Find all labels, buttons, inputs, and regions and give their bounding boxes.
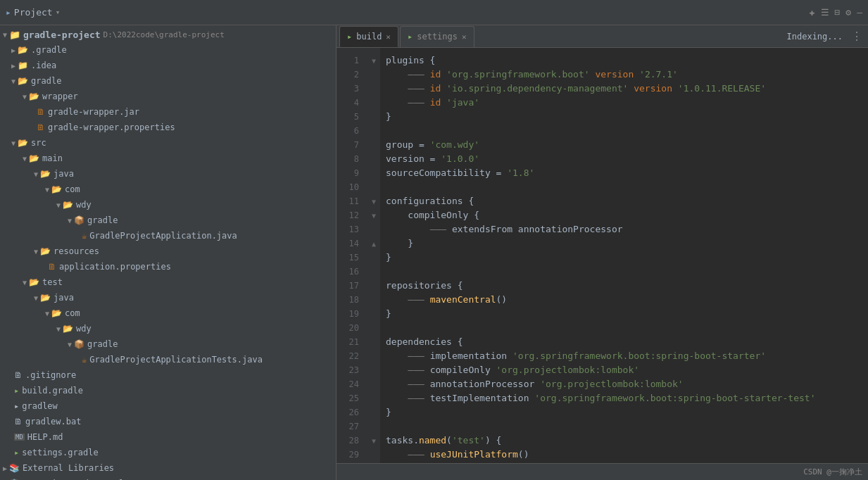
tree-item-gradle[interactable]: ▼ 📂 gradle	[0, 73, 336, 89]
line-num-11: 11	[336, 194, 363, 208]
line-num-2: 2	[336, 68, 363, 82]
item-label: gradle	[87, 339, 118, 349]
tab-build[interactable]: ▸ build ✕	[339, 26, 398, 47]
folder-icon: 📂	[29, 277, 39, 287]
expand-icon: ▼	[23, 155, 27, 163]
code-line-14: }	[386, 236, 868, 251]
tree-item-gradle-wrapper-jar[interactable]: 🗎 gradle-wrapper.jar	[0, 104, 336, 120]
line-num-6: 6	[336, 124, 363, 138]
tree-item-wrapper[interactable]: ▼ 📂 wrapper	[0, 89, 336, 104]
tab-build-label: build	[356, 32, 382, 42]
tree-item-help-md[interactable]: MD HELP.md	[0, 429, 336, 445]
code-line-10	[386, 180, 868, 194]
editor-area: ▸ build ✕ ▸ settings ✕ Indexing... ⋮ 1 2…	[336, 25, 868, 480]
tab-settings-close[interactable]: ✕	[462, 32, 467, 42]
md-icon: MD	[14, 434, 25, 441]
folder-icon: 📂	[18, 76, 28, 86]
props-icon: 🗎	[37, 122, 45, 132]
item-label: src	[31, 138, 46, 148]
line-num-23: 23	[336, 363, 363, 377]
tree-item-build-gradle[interactable]: ▸ build.gradle	[0, 383, 336, 398]
tree-item-java-src[interactable]: ▼ 📂 java	[0, 166, 336, 182]
line-num-28: 28	[336, 434, 363, 448]
line-numbers: 1 2 3 4 5 6 7 8 9 10 11 12 13 14 15 16 1…	[336, 48, 367, 463]
tree-item-com-test[interactable]: ▼ 📂 com	[0, 305, 336, 321]
item-label: resources	[54, 246, 99, 256]
fold-5	[367, 110, 380, 124]
tree-item-gradlew[interactable]: ▸ gradlew	[0, 398, 336, 414]
folder-icon: 📂	[18, 138, 28, 148]
tree-item-gradle-app[interactable]: ☕ GradleProjectApplication.java	[0, 228, 336, 244]
add-icon[interactable]: ✚	[810, 7, 815, 18]
fold-28[interactable]: ▼	[367, 434, 380, 448]
expand-icon: ▼	[45, 310, 49, 317]
tree-item-com[interactable]: ▼ 📂 com	[0, 182, 336, 197]
tree-item-main[interactable]: ▼ 📂 main	[0, 151, 336, 166]
tree-item-gradle-pkg-test[interactable]: ▼ 📦 gradle	[0, 336, 336, 352]
tree-item-settings-gradle[interactable]: ▸ settings.gradle	[0, 445, 336, 460]
line-num-14: 14	[336, 236, 363, 251]
jar-icon: 🗎	[37, 107, 45, 117]
fold-12[interactable]: ▼	[367, 208, 380, 222]
code-content[interactable]: plugins { ——— id 'org.springframework.bo…	[380, 48, 868, 463]
item-label: application.properties	[59, 262, 171, 272]
fold-19	[367, 307, 380, 321]
folder-icon: 📂	[18, 45, 28, 55]
folder-icon: 📁	[18, 61, 28, 70]
collapse-icon[interactable]: ⊟	[835, 7, 841, 18]
fold-11[interactable]: ▼	[367, 194, 380, 208]
line-num-20: 20	[336, 321, 363, 335]
minimize-icon[interactable]: —	[857, 7, 862, 18]
tab-build-close[interactable]: ✕	[386, 32, 391, 42]
code-line-24: ——— annotationProcessor 'org.projectlomb…	[386, 377, 868, 391]
tree-item-gitignore[interactable]: 🗎 .gitignore	[0, 367, 336, 383]
tree-item-gradle-wrapper-props[interactable]: 🗎 gradle-wrapper.properties	[0, 120, 336, 135]
item-label: wdy	[76, 200, 92, 210]
line-num-21: 21	[336, 335, 363, 349]
tree-item-external-libs[interactable]: ▶ 📚 External Libraries	[0, 460, 336, 476]
expand-icon: ▼	[68, 217, 72, 225]
tree-item-test[interactable]: ▼ 📂 test	[0, 274, 336, 290]
line-num-25: 25	[336, 391, 363, 405]
gradle-icon: ▸	[14, 448, 19, 457]
gear-icon[interactable]: ⚙	[845, 7, 851, 18]
fold-24	[367, 377, 380, 391]
item-label: gradle-wrapper.jar	[48, 107, 139, 117]
tree-item-gradlew-bat[interactable]: 🗎 gradlew.bat	[0, 414, 336, 429]
watermark: CSDN @一掬净土	[803, 467, 862, 477]
tree-item-wdy[interactable]: ▼ 📂 wdy	[0, 197, 336, 213]
tree-item-scratches[interactable]: ▶ 📋 Scratches and Consoles	[0, 476, 336, 480]
tab-settings[interactable]: ▸ settings ✕	[400, 26, 474, 47]
code-line-17: repositories {	[386, 279, 868, 293]
tree-item-wdy-test[interactable]: ▼ 📂 wdy	[0, 321, 336, 336]
expand-icon: ▶	[11, 62, 15, 70]
code-line-3: ——— id 'io.spring.dependency-management'…	[386, 82, 868, 96]
tree-item-src[interactable]: ▼ 📂 src	[0, 135, 336, 151]
tree-item-gradle-app-tests[interactable]: ☕ GradleProjectApplicationTests.java	[0, 352, 336, 367]
tree-item-app-props[interactable]: 🗎 application.properties	[0, 259, 336, 274]
code-line-6	[386, 124, 868, 138]
package-icon: 📦	[74, 215, 84, 225]
line-num-9: 9	[336, 166, 363, 180]
tree-item-gradle-hidden[interactable]: ▶ 📂 .gradle	[0, 42, 336, 58]
fold-6	[367, 124, 380, 138]
tree-item-gradle-pkg[interactable]: ▼ 📦 gradle	[0, 213, 336, 228]
item-label: .idea	[31, 61, 56, 70]
line-num-1: 1	[336, 53, 363, 68]
item-label: main	[42, 153, 63, 163]
tree-item-resources[interactable]: ▼ 📂 resources	[0, 244, 336, 259]
tree-item-java-test[interactable]: ▼ 📂 java	[0, 290, 336, 305]
list-icon[interactable]: ☰	[821, 7, 829, 18]
tree-root[interactable]: ▼ 📁 gradle-project D:\2022code\gradle-pr…	[0, 27, 336, 42]
file-tree: ▼ 📁 gradle-project D:\2022code\gradle-pr…	[0, 25, 336, 480]
fold-14[interactable]: ▲	[367, 236, 380, 251]
fold-22	[367, 349, 380, 363]
fold-1[interactable]: ▼	[367, 53, 380, 68]
line-num-18: 18	[336, 293, 363, 307]
fold-27	[367, 419, 380, 434]
fold-16	[367, 265, 380, 279]
tree-item-idea[interactable]: ▶ 📁 .idea	[0, 58, 336, 73]
tab-menu-button[interactable]: ⋮	[848, 30, 865, 43]
code-line-13: ——— extendsFrom annotationProcessor	[386, 222, 868, 236]
fold-15	[367, 251, 380, 265]
